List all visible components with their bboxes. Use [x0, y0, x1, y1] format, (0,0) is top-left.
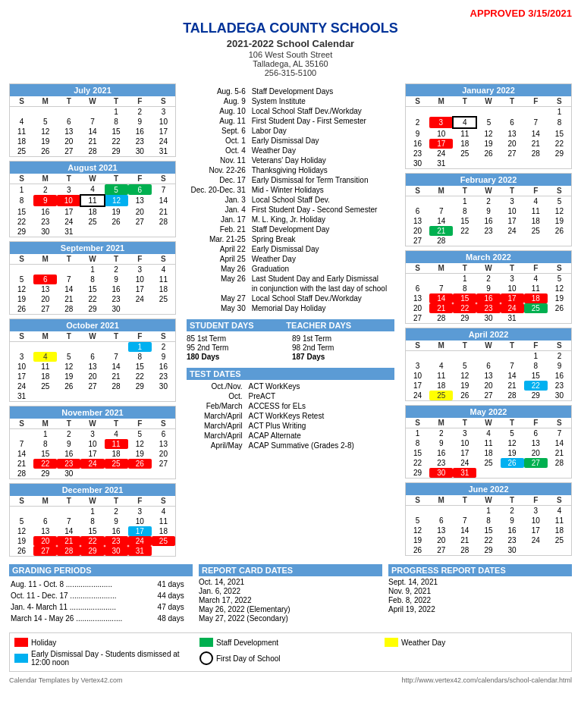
event-row: Nov. 11Veterans' Day Holiday — [187, 155, 394, 165]
event-row: Aug. 10Local School Staff Dev./Workday — [187, 106, 394, 116]
cal-day: 27 — [128, 217, 152, 227]
event-date: May 26 — [187, 264, 250, 274]
legend-item: Early Dismissal Day - Students dismissed… — [14, 650, 196, 667]
cal-day: 8 — [33, 439, 57, 449]
cal-day — [501, 351, 524, 362]
cal-day: 15 — [406, 448, 429, 458]
cal-day: 15 — [453, 293, 476, 303]
cal-day: 17 — [80, 449, 104, 459]
cal-day: 22 — [105, 136, 128, 146]
grading-period-value: 48 days — [158, 613, 191, 623]
month-september-2021: September 2021SMTWTFS1234567891011121314… — [9, 241, 176, 315]
event-row: Aug. 11First Student Day - First Semeste… — [187, 116, 394, 126]
report-card-date: Jan. 6, 2022 — [199, 587, 382, 595]
cal-day: 19 — [476, 139, 500, 149]
cal-day: 14 — [501, 371, 524, 381]
left-column: July 2021SMTWTFS123456789101112131415161… — [9, 83, 176, 557]
cal-day: 25 — [524, 226, 548, 236]
cal-day: 27 — [33, 304, 57, 314]
test-dates-header: TEST DATES — [187, 368, 394, 380]
day-header: M — [429, 186, 453, 196]
cal-day: 16 — [152, 362, 175, 372]
cal-day: 26 — [548, 226, 571, 236]
cal-day: 14 — [548, 438, 571, 448]
teacher-days-header: TEACHER DAYS — [286, 321, 351, 330]
grading-period-label: March 14 - May 26 ...................... — [11, 613, 156, 623]
cal-day — [548, 236, 571, 246]
cal-day: 3 — [80, 429, 104, 440]
month-april-2022: April 2022SMTWTFS12345678910111213141516… — [405, 328, 572, 401]
grading-period-label: Jan. 4- March 11 ...................... — [11, 602, 156, 612]
test-date-row: Feb/MarchACCESS for ELs — [187, 401, 394, 411]
cal-day: 6 — [476, 361, 500, 371]
cal-day: 4 — [524, 196, 548, 207]
cal-day — [128, 469, 152, 479]
cal-day — [429, 274, 453, 284]
cal-day — [453, 506, 476, 516]
day-header: F — [128, 496, 152, 507]
day-header: T — [57, 96, 80, 107]
event-row: Oct. 4Weather Day — [187, 146, 394, 155]
cal-day — [524, 313, 548, 323]
cal-day: 22 — [80, 294, 104, 304]
day-header: S — [406, 418, 429, 428]
month-february-2022: February 2022SMTWTFS12345678910111213141… — [405, 173, 572, 246]
cal-day: 28 — [548, 458, 571, 468]
cal-day — [429, 196, 453, 207]
cal-day: 13 — [406, 293, 429, 303]
cal-day: 13 — [57, 127, 80, 136]
month-january-2022: January 2022SMTWTFS123456789101112131415… — [405, 83, 572, 169]
day-header: S — [548, 263, 571, 274]
cal-day: 22 — [80, 536, 104, 546]
cal-day — [501, 107, 524, 118]
day-header: M — [429, 263, 453, 274]
cal-day: 19 — [406, 535, 429, 545]
month-header: September 2021 — [10, 242, 175, 254]
test-date-row: March/AprilACT Plus Writing — [187, 421, 394, 431]
event-desc: Memorial Day Holiday — [250, 303, 394, 313]
cal-day — [33, 107, 57, 118]
test-date-row: Oct./Nov.ACT WorkKeys — [187, 381, 394, 391]
cal-day: 15 — [128, 362, 152, 372]
cal-day: 27 — [33, 546, 57, 556]
cal-day: 1 — [453, 274, 476, 284]
day-header: S — [152, 174, 175, 184]
day-header: T — [501, 263, 524, 274]
cal-day: 30 — [429, 468, 453, 478]
address2: Talladega, AL 35160 — [9, 59, 572, 68]
month-header: March 2022 — [406, 251, 571, 263]
cal-day: 22 — [476, 535, 500, 545]
cal-day: 30 — [548, 391, 571, 400]
cal-day: 21 — [152, 206, 175, 217]
cal-day: 7 — [429, 206, 453, 216]
footer: Calendar Templates by Vertex42.com http:… — [9, 676, 572, 684]
cal-day: 24 — [152, 136, 175, 146]
event-desc: Labor Day — [250, 126, 394, 136]
event-date: Sept. 6 — [187, 126, 250, 136]
cal-table: SMTWTFS123456789101112131415161718192021… — [10, 174, 175, 237]
cal-day: 17 — [501, 293, 524, 303]
cal-day: 30 — [105, 304, 128, 314]
cal-day — [10, 507, 33, 517]
event-row: Jan. 3Local School Staff Dev. — [187, 195, 394, 205]
cal-day: 9 — [429, 438, 453, 448]
cal-day: 17 — [429, 139, 453, 149]
cal-day: 7 — [524, 117, 548, 128]
cal-day: 8 — [453, 284, 476, 293]
cal-day: 6 — [524, 428, 548, 439]
cal-day — [105, 342, 128, 353]
cal-day: 2 — [548, 351, 571, 362]
cal-day: 13 — [429, 526, 453, 535]
cal-day — [80, 107, 104, 118]
cal-table: SMTWTFS123456789101112131415161718192021… — [10, 254, 175, 314]
cal-day: 8 — [476, 516, 500, 526]
event-date: May 30 — [187, 303, 250, 313]
test-desc: ACT Plus Writing — [247, 421, 395, 431]
month-june-2022: June 2022SMTWTFS123456789101112131415161… — [405, 482, 572, 556]
report-card-date: May 26, 2022 (Elementary) — [199, 605, 382, 613]
cal-day: 15 — [80, 526, 104, 536]
cal-day: 17 — [128, 284, 152, 294]
cal-day: 29 — [548, 149, 571, 158]
event-row: May 26Last Student Day and Early Dismiss… — [187, 274, 394, 284]
cal-day: 8 — [548, 117, 571, 128]
